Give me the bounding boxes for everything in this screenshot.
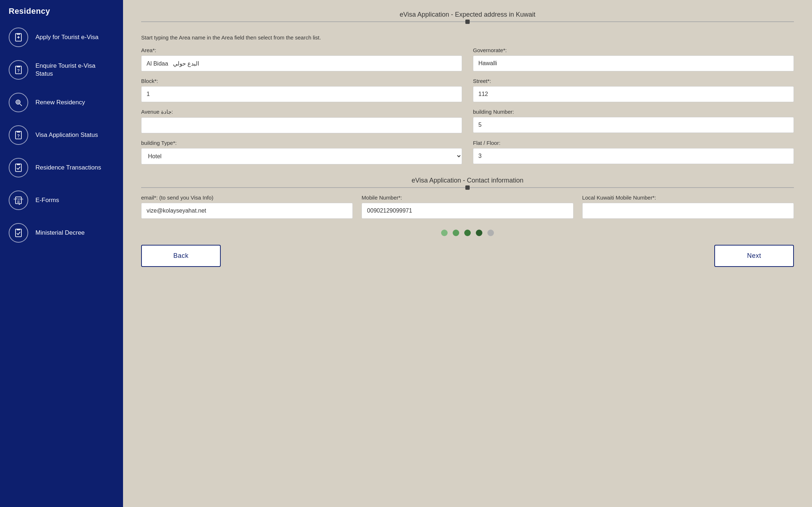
block-input[interactable] (141, 86, 462, 102)
street-label: Street*: (473, 78, 794, 84)
building-number-label: building Number: (473, 109, 794, 115)
flat-floor-label: Flat / Floor: (473, 140, 794, 146)
sidebar-item-label-enquire: Enquire Tourist e-Visa Status (35, 62, 114, 78)
pagination-dot-1 (441, 230, 448, 236)
sidebar-item-label-apply-tourist-evisa: Apply for Tourist e-Visa (35, 33, 98, 41)
sidebar-item-label-residence: Residence Transactions (35, 164, 101, 172)
mobile-input[interactable] (361, 203, 573, 219)
local-mobile-group: Local Kuwaiti Mobile Number*: (582, 194, 794, 219)
button-row: Back Next (141, 245, 794, 267)
governorate-input[interactable] (473, 55, 794, 71)
clipboard-approved-icon (9, 223, 28, 243)
search-gear-icon (9, 93, 28, 112)
clipboard-tick-icon (9, 158, 28, 177)
back-button[interactable]: Back (141, 245, 221, 267)
governorate-group: Governorate*: (473, 47, 794, 71)
email-group: email*: (to send you Visa Info) (141, 194, 353, 219)
sidebar-item-apply-tourist-evisa[interactable]: Apply for Tourist e-Visa (0, 21, 123, 54)
avenue-label: Avenue جادة: (141, 109, 462, 115)
area-label: Area*: (141, 47, 462, 53)
pagination-dot-4 (476, 230, 482, 236)
area-group: Area*: (141, 47, 462, 71)
email-label: email*: (to send you Visa Info) (141, 194, 353, 201)
sidebar-item-residence-transactions[interactable]: Residence Transactions (0, 151, 123, 184)
svg-text:?: ? (17, 68, 20, 73)
pagination-dots (141, 230, 794, 236)
svg-point-7 (17, 101, 19, 103)
avenue-group: Avenue جادة: (141, 109, 462, 133)
address-section-header: eVisa Application - Expected address in … (141, 11, 794, 22)
svg-line-6 (20, 104, 22, 106)
contact-section-divider (141, 187, 794, 188)
sidebar-item-label-eforms: E-Forms (35, 196, 59, 204)
svg-text:?: ? (17, 134, 20, 138)
pagination-dot-3 (464, 230, 471, 236)
sidebar: Residency Apply for Tourist e-Visa ? Enq… (0, 0, 123, 507)
block-group: Block*: (141, 78, 462, 102)
local-mobile-input[interactable] (582, 203, 794, 219)
flat-floor-input[interactable] (473, 148, 794, 164)
clipboard-plus-icon (9, 28, 28, 47)
contact-section: eVisa Application - Contact information … (141, 177, 794, 219)
next-button[interactable]: Next (714, 245, 794, 267)
flat-floor-group: Flat / Floor: (473, 140, 794, 164)
contact-form-grid: email*: (to send you Visa Info) Mobile N… (141, 194, 794, 219)
building-number-group: building Number: (473, 109, 794, 133)
mobile-group: Mobile Number*: (361, 194, 573, 219)
pagination-dot-2 (453, 230, 459, 236)
eforms-icon: e-Forms (9, 190, 28, 210)
address-section-divider (141, 21, 794, 22)
main-content: eVisa Application - Expected address in … (123, 0, 812, 507)
address-section-title: eVisa Application - Expected address in … (141, 11, 794, 18)
street-input[interactable] (473, 86, 794, 102)
governorate-label: Governorate*: (473, 47, 794, 53)
clipboard-question-icon: ? (9, 60, 28, 80)
sidebar-item-ministerial-decree[interactable]: Ministerial Decree (0, 217, 123, 249)
address-form-grid: Area*: Governorate*: Block*: Street*: Av… (141, 47, 794, 164)
sidebar-item-label-renew: Renew Residency (35, 99, 85, 106)
email-input[interactable] (141, 203, 353, 219)
building-type-group: building Type*: Hotel Apartment House Vi… (141, 140, 462, 164)
building-type-select[interactable]: Hotel Apartment House Villa Office (141, 148, 462, 164)
sidebar-title: Residency (0, 0, 123, 21)
pagination-dot-5 (487, 230, 494, 236)
building-number-input[interactable] (473, 117, 794, 133)
avenue-input[interactable] (141, 117, 462, 133)
block-label: Block*: (141, 78, 462, 84)
svg-text:e-Forms: e-Forms (14, 198, 24, 200)
hint-text: Start typing the Area name in the Area f… (141, 34, 794, 41)
building-type-label: building Type*: (141, 140, 462, 146)
sidebar-item-label-ministerial: Ministerial Decree (35, 229, 85, 237)
local-mobile-label: Local Kuwaiti Mobile Number*: (582, 194, 794, 201)
mobile-label: Mobile Number*: (361, 194, 573, 201)
sidebar-item-renew-residency[interactable]: Renew Residency (0, 86, 123, 119)
sidebar-item-visa-status[interactable]: ? Visa Application Status (0, 119, 123, 151)
sidebar-item-label-visa-status: Visa Application Status (35, 131, 98, 139)
clipboard-check-icon: ? (9, 125, 28, 145)
street-group: Street*: (473, 78, 794, 102)
contact-section-header: eVisa Application - Contact information (141, 177, 794, 188)
sidebar-item-enquire-tourist-evisa[interactable]: ? Enquire Tourist e-Visa Status (0, 54, 123, 86)
sidebar-item-eforms[interactable]: e-Forms E-Forms (0, 184, 123, 217)
contact-section-title: eVisa Application - Contact information (141, 177, 794, 184)
area-input[interactable] (141, 55, 462, 71)
